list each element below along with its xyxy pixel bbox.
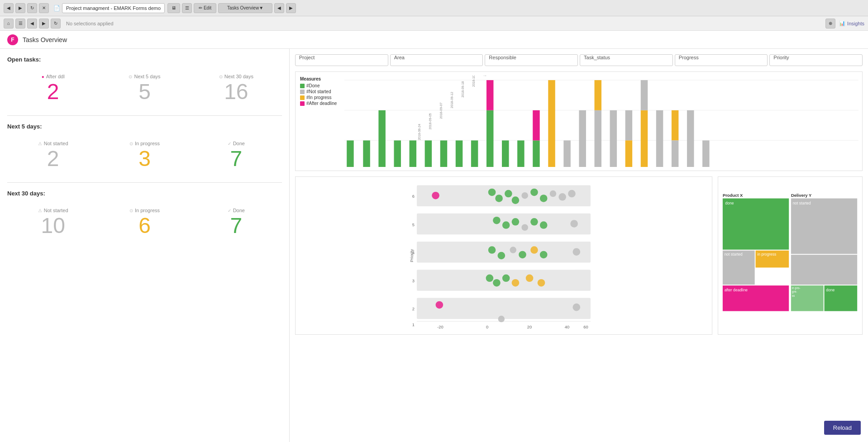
svg-point-89 <box>558 193 566 201</box>
left-panel: Open tasks: ● After ddl 2 ⊙ Next 5 days … <box>0 49 290 442</box>
back-button[interactable]: ◀ <box>4 3 14 13</box>
home-button[interactable]: ⌂ <box>4 19 14 29</box>
scatter-chart: 6 5 4 3 2 1 Priority -20 0 20 40 60 <box>295 176 712 335</box>
next5-title: Next 5 days: <box>7 123 282 130</box>
after-ddl-label: ● After ddl <box>11 74 95 79</box>
svg-rect-23 <box>563 140 570 167</box>
svg-text:2018-09-18: 2018-09-18 <box>461 81 465 97</box>
app-title: Tasks Overview <box>23 36 67 43</box>
svg-text:in progress: in progress <box>757 252 776 257</box>
next5-done-value: 7 <box>194 148 278 170</box>
svg-rect-25 <box>595 110 601 167</box>
refresh-button[interactable]: ↻ <box>27 3 37 13</box>
toolbar: ⌂ ☰ ◀ ▶ ↻ No selections applied ⊕ 📊 Insi… <box>0 16 868 31</box>
monitor-icon-btn[interactable]: 🖥 <box>167 3 180 13</box>
svg-point-82 <box>495 195 503 202</box>
svg-text:not started: not started <box>793 201 811 205</box>
responsible-filter[interactable]: Responsible <box>485 54 578 66</box>
svg-point-107 <box>502 275 510 282</box>
stop-button[interactable]: ✕ <box>39 3 49 13</box>
svg-rect-31 <box>641 80 648 110</box>
edit-button[interactable]: ✏ Edit <box>194 3 216 13</box>
toolbar-refresh-btn[interactable]: ↻ <box>51 19 61 29</box>
treemap-chart: Product X Delivery Y done not started in… <box>718 176 863 335</box>
svg-rect-9 <box>378 110 385 167</box>
project-filter[interactable]: Project <box>295 54 388 66</box>
task-status-filter[interactable]: Task_status <box>580 54 673 66</box>
after-ddl-stat: ● After ddl 2 <box>7 70 99 106</box>
svg-point-106 <box>493 279 501 287</box>
bookmark-button[interactable]: ☰ <box>182 3 192 13</box>
svg-point-87 <box>540 195 548 202</box>
svg-text:3: 3 <box>412 279 415 283</box>
svg-text:5: 5 <box>412 223 415 227</box>
address-bar[interactable]: Project managment - EMARK Forms demo <box>62 3 165 13</box>
svg-text:1: 1 <box>412 323 415 327</box>
nav-back-btn[interactable]: ◀ <box>274 3 284 13</box>
scatter-svg: 6 5 4 3 2 1 Priority -20 0 20 40 60 <box>299 181 708 331</box>
svg-point-85 <box>521 192 528 199</box>
clock-icon: ⊙ <box>129 74 132 79</box>
svg-rect-12 <box>425 140 432 167</box>
svg-text:Delivery Y: Delivery Y <box>791 193 812 198</box>
svg-rect-118 <box>723 199 789 250</box>
svg-point-83 <box>505 190 512 198</box>
next30-inprogress-label: ⊙ In progress <box>102 208 186 213</box>
analyze-button[interactable]: ⊕ <box>825 19 835 29</box>
svg-point-100 <box>510 247 516 253</box>
forward-button[interactable]: ▶ <box>15 3 25 13</box>
in-progress-color-swatch <box>300 95 305 100</box>
svg-rect-128 <box>791 255 857 285</box>
svg-rect-8 <box>363 140 370 167</box>
svg-point-113 <box>573 304 581 311</box>
toolbar-back-btn[interactable]: ◀ <box>27 19 37 29</box>
progress-filter[interactable]: Progress <box>675 54 768 66</box>
browser-bar: ◀ ▶ ↻ ✕ 📄 Project managment - EMARK Form… <box>0 0 868 16</box>
toolbar-forward-btn[interactable]: ▶ <box>39 19 49 29</box>
svg-rect-15 <box>471 140 478 167</box>
check-icon: ✓ <box>228 141 231 146</box>
svg-rect-14 <box>456 140 463 167</box>
browser-right: 🖥 ☰ ✏ Edit Tasks Overview ▼ ◀ ▶ <box>167 3 296 13</box>
insights-button[interactable]: 📊 Insights <box>839 20 864 26</box>
svg-rect-24 <box>579 110 586 167</box>
next5-notstarted-label: ⚠ Not started <box>11 141 95 146</box>
divider-2 <box>7 182 282 183</box>
nav-forward-btn[interactable]: ▶ <box>286 3 296 13</box>
svg-point-95 <box>530 218 538 226</box>
app-logo: F <box>7 34 18 45</box>
priority-filter[interactable]: Priority <box>769 54 863 66</box>
reload-button[interactable]: Reload <box>824 421 861 435</box>
svg-text:in pro-: in pro- <box>792 286 801 290</box>
legend-done: #Done <box>300 83 337 88</box>
bar-chart-icon: 📊 <box>839 20 845 26</box>
svg-point-104 <box>573 248 581 256</box>
svg-point-105 <box>486 275 494 282</box>
next5-notstarted-stat: ⚠ Not started 2 <box>7 137 99 173</box>
svg-point-84 <box>512 196 520 204</box>
svg-rect-11 <box>410 140 416 167</box>
next30-stats: ⚠ Not started 10 ⊙ In progress 6 ✓ Done … <box>7 204 282 240</box>
svg-rect-32 <box>656 110 663 167</box>
next30-done-value: 7 <box>194 215 278 237</box>
svg-rect-10 <box>394 140 401 167</box>
after-deadline-label: #After deadline <box>306 101 337 106</box>
next30-done-stat: ✓ Done 7 <box>191 204 282 240</box>
svg-text:Product X: Product X <box>723 193 743 198</box>
svg-point-109 <box>526 275 534 282</box>
circle2-icon: ⊙ <box>129 208 133 213</box>
svg-text:20: 20 <box>527 325 532 329</box>
bar-chart-area: Measures #Done #Not started #In progress… <box>295 71 863 171</box>
svg-rect-22 <box>548 80 555 167</box>
list-view-button[interactable]: ☰ <box>15 19 25 29</box>
svg-point-88 <box>550 190 557 197</box>
after-ddl-value: 2 <box>11 81 95 103</box>
next5-open-value: 5 <box>102 81 186 103</box>
svg-rect-63 <box>417 242 591 263</box>
svg-rect-35 <box>687 110 694 167</box>
tasks-overview-button[interactable]: Tasks Overview ▼ <box>218 3 272 13</box>
svg-text:2018-10-12: 2018-10-12 <box>472 76 476 87</box>
svg-point-98 <box>488 246 496 254</box>
circle-icon: ⊙ <box>129 141 133 146</box>
area-filter[interactable]: Area <box>390 54 483 66</box>
